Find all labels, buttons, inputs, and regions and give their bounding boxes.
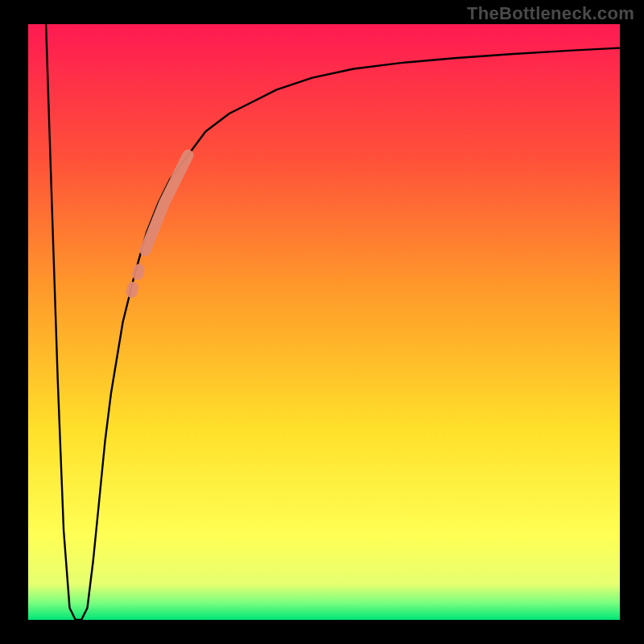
highlight-segment	[132, 287, 134, 292]
chart-stage: TheBottleneck.com	[0, 0, 644, 644]
gradient-background	[28, 24, 620, 620]
plot-area	[28, 24, 620, 620]
attribution-text: TheBottleneck.com	[467, 3, 634, 24]
highlight-segment	[138, 270, 138, 275]
chart-svg	[28, 24, 620, 620]
